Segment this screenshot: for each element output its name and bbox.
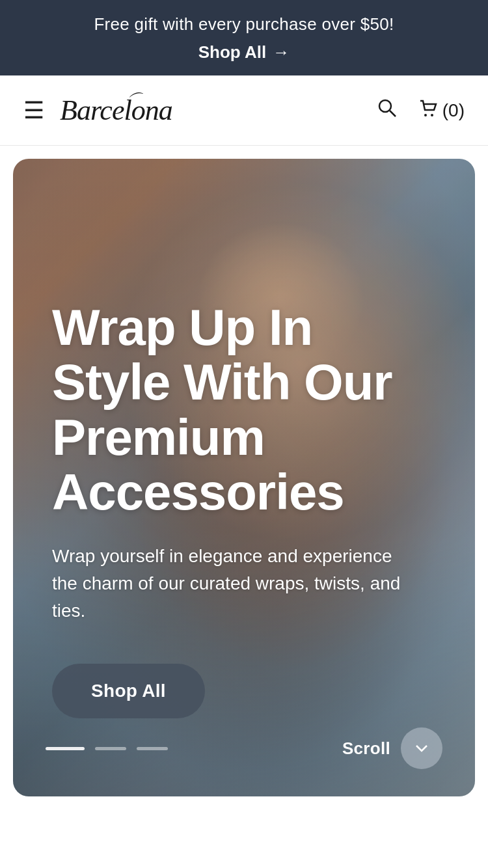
- hamburger-icon[interactable]: ☰: [23, 99, 44, 122]
- svg-point-2: [424, 114, 427, 116]
- carousel-dot-1[interactable]: [46, 747, 85, 750]
- svg-point-0: [379, 100, 391, 112]
- promo-text: Free gift with every purchase over $50!: [13, 12, 475, 37]
- scroll-down-button[interactable]: [401, 727, 442, 769]
- hero-bottom-bar: Scroll: [13, 727, 475, 769]
- carousel-dot-2[interactable]: [95, 747, 126, 750]
- scroll-label: Scroll: [342, 739, 390, 759]
- cart-wrapper[interactable]: (0): [416, 97, 465, 124]
- hero-heading: Wrap Up In Style With Our Premium Access…: [52, 300, 436, 519]
- header-right: (0): [376, 97, 465, 124]
- hero-section: Wrap Up In Style With Our Premium Access…: [13, 159, 475, 796]
- carousel-dots: [46, 747, 168, 750]
- header: ☰ Barcel⌒ona (0): [0, 75, 488, 146]
- svg-point-3: [431, 114, 433, 116]
- announcement-shop-all-label: Shop All: [198, 40, 266, 65]
- logo: Barcel⌒ona: [60, 94, 172, 127]
- search-icon[interactable]: [376, 97, 398, 124]
- carousel-dot-3[interactable]: [137, 747, 168, 750]
- cart-count: (0): [442, 100, 465, 121]
- announcement-bar: Free gift with every purchase over $50! …: [0, 0, 488, 75]
- arrow-icon: →: [273, 40, 290, 65]
- cart-icon: [416, 97, 439, 124]
- announcement-shop-all-link[interactable]: Shop All →: [198, 40, 290, 65]
- scroll-area: Scroll: [342, 727, 442, 769]
- hero-content: Wrap Up In Style With Our Premium Access…: [13, 159, 475, 796]
- header-left: ☰ Barcel⌒ona: [23, 94, 172, 127]
- hero-subtext: Wrap yourself in elegance and experience…: [52, 543, 416, 625]
- svg-line-1: [390, 111, 396, 116]
- shop-all-button[interactable]: Shop All: [52, 664, 205, 718]
